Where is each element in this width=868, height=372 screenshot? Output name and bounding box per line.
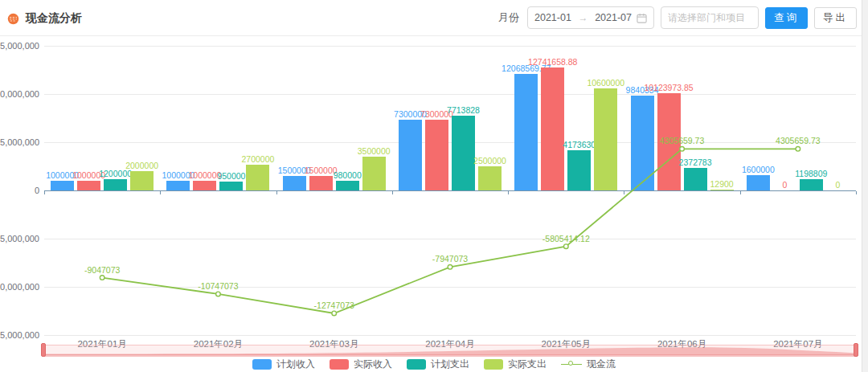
legend-label: 计划支出 [431, 358, 469, 371]
line-series-现金流 [0, 36, 868, 372]
calendar-icon [637, 13, 647, 23]
line-value-label: -5805414.12 [542, 234, 590, 243]
chart-legend: 计划收入实际收入计划支出实际支出现金流 [0, 358, 868, 370]
line-value-label: -12747073 [314, 300, 354, 310]
line-point[interactable] [448, 265, 452, 270]
legend-item-计划支出[interactable]: 计划支出 [407, 358, 469, 371]
line-value-label: 4305659.73 [776, 136, 820, 145]
query-button[interactable]: 查询 [765, 7, 808, 29]
line-point[interactable] [216, 292, 221, 296]
legend-item-现金流[interactable]: 现金流 [561, 358, 616, 371]
legend-item-实际收入[interactable]: 实际收入 [330, 358, 392, 371]
legend-swatch [484, 359, 503, 370]
legend-label: 实际支出 [508, 358, 547, 371]
department-project-input[interactable] [661, 6, 759, 29]
date-end-value[interactable]: 2021-07 [595, 12, 632, 23]
legend-swatch [252, 359, 272, 370]
line-point[interactable] [680, 147, 685, 152]
page-header: 现金流分析 月份 2021-01 → 2021-07 查询 导出 [0, 0, 868, 36]
line-point[interactable] [100, 276, 104, 280]
line-value-label: -9047073 [84, 265, 120, 275]
export-button[interactable]: 导出 [814, 7, 857, 29]
date-range-arrow: → [576, 12, 590, 23]
legend-swatch [330, 359, 349, 370]
legend-label: 实际收入 [354, 358, 392, 371]
datazoom-slider[interactable] [44, 345, 856, 355]
page-title: 现金流分析 [26, 11, 82, 26]
line-point[interactable] [332, 311, 337, 316]
line-value-label: -7947073 [432, 254, 468, 264]
legend-item-实际支出[interactable]: 实际支出 [484, 358, 547, 371]
line-point[interactable] [563, 244, 568, 249]
toolbar: 月份 2021-01 → 2021-07 查询 导出 [498, 6, 857, 29]
legend-line-icon [561, 359, 582, 370]
app-icon [7, 13, 19, 25]
line-value-label: 4305659.73 [660, 136, 704, 145]
datazoom-right-handle[interactable] [854, 343, 858, 357]
legend-label: 现金流 [587, 358, 616, 371]
cashflow-page: 现金流分析 月份 2021-01 → 2021-07 查询 导出 15,000,… [0, 0, 868, 372]
line-point[interactable] [796, 147, 800, 152]
date-start-value[interactable]: 2021-01 [534, 12, 571, 23]
datazoom-preview-area [44, 346, 856, 357]
month-label: 月份 [498, 10, 519, 25]
page-scrollbar[interactable] [862, 0, 868, 372]
line-value-label: -10747073 [198, 281, 238, 291]
legend-swatch [407, 359, 426, 370]
legend-label: 计划收入 [276, 358, 315, 371]
date-range-picker[interactable]: 2021-01 → 2021-07 [527, 6, 654, 29]
cashflow-chart: 15,000,00010,000,0005,000,0000-5,000,000… [0, 36, 868, 372]
datazoom-left-handle[interactable] [41, 343, 46, 357]
legend-item-计划收入[interactable]: 计划收入 [252, 358, 315, 371]
